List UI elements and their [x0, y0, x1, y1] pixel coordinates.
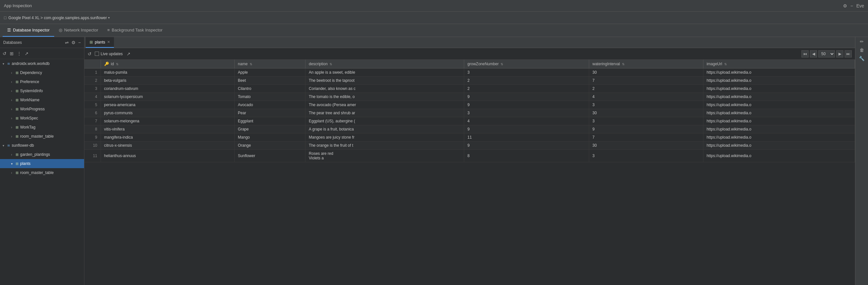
worktag-label: WorkTag: [20, 125, 35, 129]
table-item-workdb-room-master[interactable]: › ⊞ room_master_table: [0, 132, 84, 141]
export-query-icon[interactable]: ↗: [127, 51, 130, 57]
content-tab-close[interactable]: ✕: [107, 40, 110, 44]
table-item-preference[interactable]: › ⊞ Preference: [0, 77, 84, 86]
col-header-rownum: [84, 60, 101, 68]
first-page-button[interactable]: ⏮: [802, 50, 809, 58]
data-table-container: 🔑 id ⇅ name ⇅: [84, 60, 855, 285]
table-item-plants[interactable]: ▾ ⊞ plants: [0, 159, 84, 168]
refresh-databases-icon[interactable]: ↺: [3, 51, 6, 56]
dependency-table-icon: ⊞: [16, 71, 19, 75]
table-item-systemidinfo[interactable]: › ⊞ SystemIdInfo: [0, 86, 84, 95]
cell-imageurl: https://upload.wikimedia.o: [703, 68, 855, 76]
table-item-dependency[interactable]: › ⊞ Dependency: [0, 68, 84, 77]
content-tab-plants[interactable]: ⊞ plants ✕: [86, 37, 114, 48]
workprogress-table-icon: ⊞: [16, 107, 19, 111]
plants-label: plants: [20, 161, 31, 166]
table-header-row: 🔑 id ⇅ name ⇅: [84, 60, 855, 68]
sunflower-arrow: ▾: [3, 144, 7, 147]
db-group-sunflower: ▾ ≋ sunflower-db › ⊞ garden_plantings ▾ …: [0, 141, 84, 177]
workspec-arrow: ›: [11, 117, 16, 120]
col-header-growzone[interactable]: growZoneNumber ⇅: [464, 60, 589, 68]
growzone-sort-icon: ⇅: [500, 62, 503, 66]
cell-imageurl: https://upload.wikimedia.o: [703, 85, 855, 93]
table-item-sunflower-room-master[interactable]: › ⊞ room_master_table: [0, 168, 84, 177]
table-item-workprogress[interactable]: › ⊞ WorkProgress: [0, 104, 84, 114]
cell-id: citrus-x-sinensis: [101, 141, 235, 150]
table-row[interactable]: 2 beta-vulgaris Beet The beetroot is the…: [84, 76, 855, 85]
next-page-button[interactable]: ▶: [836, 50, 843, 58]
cell-watering: 4: [589, 93, 704, 101]
export-schema-icon[interactable]: ↗: [25, 51, 29, 56]
table-row[interactable]: 10 citrus-x-sinensis Orange The orange i…: [84, 141, 855, 150]
table-row[interactable]: 6 pyrus-communis Pear The pear tree and …: [84, 109, 855, 117]
settings-icon[interactable]: ⚙: [843, 3, 847, 8]
table-row[interactable]: 9 mangifera-indica Mango Mangoes are jui…: [84, 133, 855, 141]
live-updates-toggle[interactable]: Live updates: [95, 52, 123, 56]
imageurl-col-label: imageUrl: [707, 62, 722, 66]
plants-arrow: ▾: [11, 162, 16, 165]
device-chevron[interactable]: ▾: [108, 16, 110, 20]
table-item-worktag[interactable]: › ⊞ WorkTag: [0, 123, 84, 132]
wrench-icon[interactable]: 🔧: [859, 56, 864, 61]
cell-watering: 30: [589, 68, 704, 76]
table-item-garden-plantings[interactable]: › ⊞ garden_plantings: [0, 150, 84, 159]
tab-database-inspector[interactable]: ☰ Database Inspector: [3, 24, 54, 37]
database-inspector-icon: ☰: [7, 28, 11, 32]
page-size-select[interactable]: 50 100 200: [818, 50, 835, 58]
garden-table-icon: ⊞: [16, 153, 19, 157]
sidebar-toolbar: ↺ ⊞ ⋮ ↗: [0, 48, 84, 59]
table-item-workspec[interactable]: › ⊞ WorkSpec: [0, 114, 84, 123]
worktag-table-icon: ⊞: [16, 125, 19, 129]
table-row[interactable]: 5 persea-americana Avocado The avocado (…: [84, 101, 855, 109]
imageurl-sort-icon: ⇅: [724, 62, 727, 66]
sunflower-room-master-icon: ⊞: [16, 171, 19, 175]
table-row[interactable]: 3 coriandrum-sativum Cilantro Coriander,…: [84, 85, 855, 93]
cell-rownum: 5: [84, 101, 101, 109]
db-item-sunflower[interactable]: ▾ ≋ sunflower-db: [0, 141, 84, 150]
query-toolbar: ↺ Live updates ↗ ⏮ ◀ 50 100 200 ▶ ⏭: [84, 48, 855, 60]
col-header-watering[interactable]: wateringInterval ⇅: [589, 60, 704, 68]
workspec-table-icon: ⊞: [16, 116, 19, 120]
device-path[interactable]: Google Pixel 4 XL > com.google.samples.a…: [8, 15, 107, 20]
col-header-description[interactable]: description ⇅: [306, 60, 464, 68]
table-row[interactable]: 8 vitis-vinifera Grape A grape is a frui…: [84, 125, 855, 133]
name-col-label: name: [238, 62, 248, 66]
cell-description: Roses are redViolets a: [306, 150, 464, 162]
edit-icon[interactable]: ✏: [860, 39, 864, 44]
col-header-name[interactable]: name ⇅: [235, 60, 305, 68]
id-sort-icon: ⇅: [116, 62, 119, 66]
cell-watering: 3: [589, 101, 704, 109]
last-page-button[interactable]: ⏭: [845, 50, 852, 58]
sunflower-room-master-arrow: ›: [11, 171, 16, 175]
databases-label: Databases: [3, 40, 22, 45]
cell-name: Tomato: [235, 93, 305, 101]
table-row[interactable]: 4 solanum-lycopersicum Tomato The tomato…: [84, 93, 855, 101]
table-row[interactable]: 7 solanum-melongena Eggplant Eggplant (U…: [84, 117, 855, 125]
refresh-query-icon[interactable]: ↺: [88, 51, 92, 57]
table-row[interactable]: 11 helianthus-annuus Sunflower Roses are…: [84, 150, 855, 162]
cell-imageurl: https://upload.wikimedia.o: [703, 93, 855, 101]
sidebar-settings-icon[interactable]: ⚙: [71, 40, 75, 45]
tab-background-task-inspector[interactable]: ≡ Background Task Inspector: [103, 24, 167, 37]
minimize-icon[interactable]: −: [850, 3, 853, 8]
db-item-workdb[interactable]: ▾ ≋ androidx.work.workdb: [0, 59, 84, 68]
prev-page-button[interactable]: ◀: [810, 50, 817, 58]
filter-icon[interactable]: ⇌: [65, 40, 69, 45]
cell-watering: 7: [589, 76, 704, 85]
inspector-tabs: ☰ Database Inspector ◎ Network Inspector…: [0, 24, 868, 37]
table-row[interactable]: 1 malus-pumila Apple An apple is a sweet…: [84, 68, 855, 76]
workname-label: WorkName: [20, 98, 40, 102]
table-item-workname[interactable]: › ⊞ WorkName: [0, 95, 84, 104]
table-view-icon[interactable]: ⊞: [10, 51, 13, 56]
background-inspector-label: Background Task Inspector: [112, 28, 163, 32]
tab-network-inspector[interactable]: ◎ Network Inspector: [54, 24, 103, 37]
live-updates-checkbox[interactable]: [95, 52, 99, 56]
delete-icon[interactable]: 🗑: [860, 48, 864, 53]
tree-view-icon[interactable]: ⋮: [17, 51, 22, 56]
col-header-imageurl[interactable]: imageUrl ⇅: [703, 60, 855, 68]
cell-name: Beet: [235, 76, 305, 85]
cell-imageurl: https://upload.wikimedia.o: [703, 125, 855, 133]
col-header-id[interactable]: 🔑 id ⇅: [101, 60, 235, 68]
sidebar-collapse-icon[interactable]: −: [78, 40, 81, 45]
cell-name: Mango: [235, 133, 305, 141]
